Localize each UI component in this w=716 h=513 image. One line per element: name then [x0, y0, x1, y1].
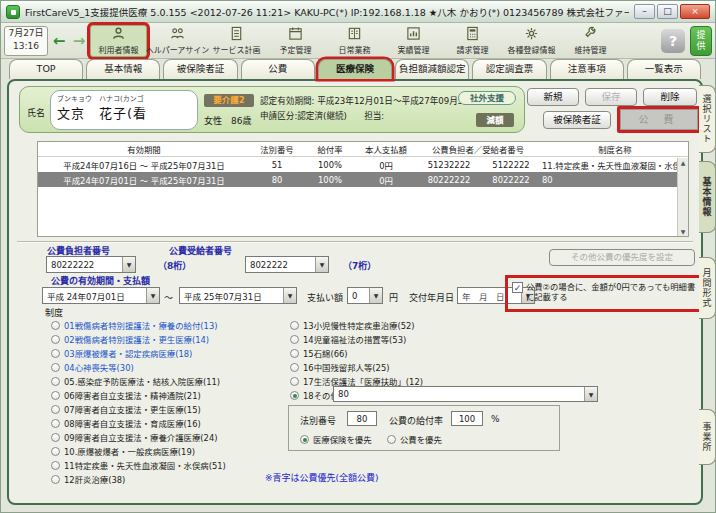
- zero-yen-checkbox[interactable]: ✓: [512, 282, 523, 293]
- toolbar-item-billing[interactable]: 請求管理: [444, 25, 501, 57]
- vtab-basic-info[interactable]: 基本情報: [699, 161, 716, 233]
- close-button[interactable]: ×: [680, 4, 710, 19]
- help-button[interactable]: ?: [661, 29, 685, 53]
- vtab-selection-list[interactable]: 選択リスト: [699, 85, 716, 153]
- kyufu-rate-input[interactable]: 100: [451, 411, 483, 426]
- table-scrollbar[interactable]: ▲ ▼: [677, 158, 688, 236]
- radio-icon: [51, 461, 60, 470]
- toolbar-item-registry[interactable]: 各種登録情報: [503, 25, 560, 57]
- radio-icon: [290, 349, 299, 358]
- seido-option[interactable]: 12肝炎治療(38): [51, 473, 125, 485]
- toolbar-item-results[interactable]: 実績管理: [385, 25, 442, 57]
- tab-insured-card[interactable]: 被保険者証: [163, 59, 237, 79]
- seido-option[interactable]: 01戦傷病者特別援護法・療養の給付(13): [51, 319, 217, 331]
- toolbar-item-daily-work[interactable]: 日常業務: [326, 25, 383, 57]
- delete-button[interactable]: 削除: [643, 88, 697, 106]
- main-toolbar: 7月27日 13:16 ← → 利用者情報 ヘルパーアサイン サービス計画 予定…: [1, 23, 715, 59]
- save-button[interactable]: 保存: [585, 88, 637, 106]
- table-row[interactable]: 平成24年07月16日 ～ 平成25年07月31日 51 100% 0円 512…: [38, 157, 688, 172]
- radio-icon-selected: [290, 391, 299, 400]
- chevron-down-icon[interactable]: ▼: [584, 387, 597, 401]
- chevron-down-icon[interactable]: ▼: [283, 288, 296, 303]
- other-kohi-priority-button[interactable]: その他公費の優先度を設定: [549, 249, 695, 266]
- seido-option[interactable]: 08障害者自立支援法・育成医療(16): [51, 417, 201, 429]
- seido-option[interactable]: 16中国残留邦人等(25): [290, 361, 389, 373]
- toolbar-item-user-info[interactable]: 利用者情報: [90, 25, 147, 57]
- seido-option[interactable]: 04心神喪失等(30): [51, 361, 134, 373]
- seido-option[interactable]: 07障害者自立支援法・更生医療(15): [51, 403, 201, 415]
- period-to-select[interactable]: 平成 25年07月31日 ▼: [179, 287, 297, 304]
- table-header-row: 有効期間 法別番号 給付率 本人支払額 公費負担者／受給者番号 制度名称: [38, 142, 688, 157]
- seido-option[interactable]: 05.感染症予防医療法・結核入院医療(11): [51, 375, 220, 387]
- provide-button[interactable]: 提供: [690, 26, 712, 56]
- seido-option[interactable]: 10.原爆被爆者・一般疾病医療(19): [51, 445, 195, 457]
- toolbar-item-maintenance[interactable]: 維持管理: [562, 25, 619, 57]
- radio-icon: [51, 447, 60, 456]
- houbetsu-label: 法別番号: [300, 414, 336, 427]
- scroll-down-icon[interactable]: ▼: [681, 228, 686, 235]
- tab-basic-info[interactable]: 基本情報: [86, 59, 160, 79]
- tab-notes[interactable]: 注意事項: [550, 59, 624, 79]
- toolbar-item-helper-assign[interactable]: ヘルパーアサイン: [149, 25, 206, 57]
- back-arrow-icon[interactable]: ←: [50, 32, 68, 50]
- seido-option-other[interactable]: 18その他: [290, 389, 339, 401]
- radio-icon: [51, 405, 60, 414]
- payment-select[interactable]: 0 ▼: [347, 287, 383, 304]
- new-button[interactable]: 新規: [527, 88, 579, 106]
- tab-list-view[interactable]: 一覧表示: [627, 59, 701, 79]
- kohi-priority-option[interactable]: 公費を優先: [387, 433, 442, 445]
- tab-burden-reduction[interactable]: 負担額減額認定: [395, 59, 469, 79]
- seido-option[interactable]: 03原爆被爆者・認定疾病医療(18): [51, 347, 192, 359]
- app-logo-icon: [6, 5, 20, 19]
- seido-option[interactable]: 13小児慢性特定疾患治療(52): [290, 319, 415, 331]
- forward-arrow-icon[interactable]: →: [70, 32, 88, 50]
- seido-option[interactable]: 14児童福祉法の措置等(53): [290, 333, 406, 345]
- medical-priority-option[interactable]: 医療保険を優先: [300, 433, 372, 445]
- vtab-monthly-format[interactable]: 月間形式: [699, 257, 716, 319]
- seido-option[interactable]: 02戦傷病者特別援護法・更生医療(14): [51, 333, 209, 345]
- payment-unit-label: 円: [389, 291, 398, 304]
- kohi-button[interactable]: 公 費: [620, 109, 698, 130]
- houbetsu-input[interactable]: 80: [347, 411, 377, 426]
- tab-kohi[interactable]: 公費: [241, 59, 315, 79]
- period-from-select[interactable]: 平成 24年07月01日 ▼: [42, 287, 160, 304]
- minimize-button[interactable]: –: [634, 4, 655, 19]
- cell-jukyusha: 8022222: [482, 175, 540, 185]
- tab-certification-survey[interactable]: 認定調査票: [472, 59, 546, 79]
- toolbar-item-service-plan[interactable]: サービス計画: [208, 25, 265, 57]
- section-tabbar: TOP 基本情報 被保険者証 公費 医療保険 負担額減額認定 認定調査票 注意事…: [9, 59, 701, 79]
- insured-card-button[interactable]: 被保険者証: [543, 111, 611, 129]
- chevron-down-icon[interactable]: ▼: [369, 288, 382, 303]
- toolbar-item-schedule[interactable]: 予定管理: [267, 25, 324, 57]
- zero-yen-checkbox-label: 公費②の場合に、金額が0円であっても明細書に記載する: [526, 282, 698, 303]
- vtab-office[interactable]: 事業所: [699, 409, 716, 465]
- seido-option[interactable]: 09障害者自立支援法・療養介護医療(24): [51, 431, 217, 443]
- futansha-number-select[interactable]: 80222222 ▼: [46, 256, 136, 273]
- tab-top[interactable]: TOP: [9, 59, 83, 79]
- kohi-table: 有効期間 法別番号 給付率 本人支払額 公費負担者／受給者番号 制度名称 平成2…: [37, 141, 689, 237]
- radio-icon: [290, 335, 299, 344]
- scroll-up-icon[interactable]: ▲: [681, 159, 686, 166]
- radio-icon: [51, 321, 60, 330]
- jukyusha-digits-label: （7桁）: [343, 259, 376, 272]
- cell-futansha: 51232222: [416, 160, 482, 170]
- window-controls: – □ ×: [634, 4, 710, 19]
- chevron-down-icon[interactable]: ▼: [122, 257, 135, 272]
- schedule-icon: [288, 26, 303, 43]
- seido-option[interactable]: 06障害者自立支援法・精神通院(21): [51, 389, 201, 401]
- tab-medical-insurance[interactable]: 医療保険: [318, 59, 392, 79]
- jukyusha-number-select[interactable]: 8022222 ▼: [245, 256, 329, 273]
- maximize-button[interactable]: □: [657, 4, 678, 19]
- radio-icon: [290, 363, 299, 372]
- service-plan-icon: [229, 26, 244, 43]
- seido-option-label: 16中国残留邦人等(25): [303, 361, 389, 373]
- seido-option[interactable]: 11特定疾患・先天性血液凝固・水俣病(51): [51, 459, 226, 471]
- chevron-down-icon[interactable]: ▼: [146, 288, 159, 303]
- chevron-down-icon[interactable]: ▼: [315, 257, 328, 272]
- table-row-selected[interactable]: 平成24年07月01日 ～ 平成25年07月31日 80 100% 0円 802…: [38, 172, 688, 187]
- radio-icon: [290, 321, 299, 330]
- other-seido-select[interactable]: 80 ▼: [333, 386, 598, 402]
- seido-option[interactable]: 15石綿(66): [290, 347, 348, 359]
- cell-honnin: 0円: [356, 159, 416, 171]
- care-level-badge: 要介護2: [204, 94, 254, 107]
